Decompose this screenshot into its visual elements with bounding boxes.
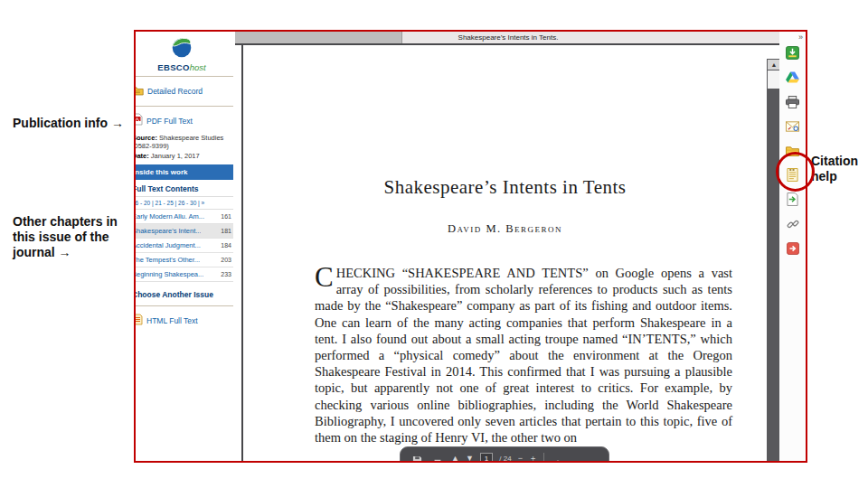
contents-list: Early Modern Allu. Am... 161 Shakespeare… [136,210,233,282]
inside-this-work-bar[interactable]: Inside this work [136,164,233,180]
source-label: Source: [136,134,157,142]
toc-item-title[interactable]: Early Modern Allu. Am... [136,212,204,221]
article-title: Shakespeare’s Intents in Tents [243,176,767,199]
divider [136,76,233,77]
pdf-bottom-toolbar: ▲ ▼ 1 / 24 − ＋ [400,446,609,463]
html-full-text-link[interactable]: HTML Full Text [136,310,233,332]
divider [136,305,233,306]
page-down-icon[interactable]: ▼ [466,455,474,463]
google-drive-icon[interactable] [786,70,800,84]
browser-tab-title: Shakespeare’s Intents in Tents. [235,32,781,43]
date-value: January 1, 2017 [151,152,200,160]
annotation-citation-help: Citation help [811,154,867,184]
full-text-contents-header: Full Text Contents [136,180,233,196]
scrollbar-up-button[interactable]: ▲ [768,60,780,70]
html-full-text-label[interactable]: HTML Full Text [146,316,198,325]
toc-item-title[interactable]: Beginning Shakespea... [136,270,203,278]
collapse-panel-icon[interactable]: » [798,32,806,42]
pdf-page: Shakespeare’s Intents in Tents David M. … [241,45,767,461]
detailed-record-label[interactable]: Detailed Record [147,87,203,96]
toc-item-page: 203 [218,257,231,263]
html-file-icon [136,313,143,329]
toolbar-divider [543,453,544,463]
logo-text-ebsco: EBSCO [157,62,189,72]
presentation-slide: Publication info → Other chapters in thi… [0,0,868,488]
pdf-full-text-link[interactable]: PDF Full Text [136,110,233,132]
save-icon[interactable] [410,454,424,463]
contents-pagination[interactable]: 16 - 20 | 21 - 25 | 26 - 30 | » [136,196,233,210]
logo-text-host: host [190,62,206,72]
toc-item-title[interactable]: The Tempest's Other... [136,256,200,264]
page-up-icon[interactable]: ▲ [451,455,459,463]
toc-item-page: 233 [218,271,231,277]
record-sidebar: EBSCOhost Detailed Record [136,32,235,461]
pdf-canvas: Shakespeare’s Intents in Tents David M. … [235,45,781,461]
divider [136,106,233,107]
annotation-other-chapters: Other chapters in this issue of the jour… [13,214,119,260]
source-line: Source: Shakespeare Studies (0582-9399) [136,132,233,150]
email-icon[interactable] [786,119,800,133]
listen-icon[interactable] [786,241,800,255]
article-author: David M. Bergeron [243,222,767,236]
browser-tab-bar: Shakespeare’s Intents in Tents. [235,32,781,45]
toc-item[interactable]: Accidental Judgment... 184 [136,239,233,253]
print-icon[interactable] [430,457,445,464]
export-icon[interactable] [786,192,800,206]
page-total-label: / 24 [499,455,511,463]
pdf-file-icon [136,113,143,129]
zoom-out-icon[interactable]: − [518,455,523,463]
annotation-publication-info: Publication info → [13,116,124,131]
zoom-in-icon[interactable]: ＋ [529,455,537,463]
toc-item[interactable]: Beginning Shakespea... 233 [136,267,233,282]
toc-item-selected[interactable]: Shakespeare's Intent... 181 [136,224,233,239]
choose-another-issue-link[interactable]: Choose Another Issue [136,282,233,302]
scrollbar-thumb[interactable] [768,70,780,89]
toc-item-page: 181 [218,228,231,234]
page-number-input[interactable]: 1 [480,453,493,464]
text-select-icon[interactable] [551,457,565,464]
pdf-full-text-label[interactable]: PDF Full Text [146,117,193,126]
ebsco-viewer-screenshot: EBSCOhost Detailed Record [134,30,807,463]
print-icon[interactable] [786,95,800,108]
toc-item-page: 161 [218,213,231,220]
toc-item-title[interactable]: Shakespeare's Intent... [136,227,201,235]
toc-item[interactable]: Early Modern Allu. Am... 161 [136,210,233,224]
toc-item-title[interactable]: Accidental Judgment... [136,241,201,249]
permalink-icon[interactable] [786,217,800,230]
toc-item-page: 184 [218,242,231,249]
ebsco-swoosh-icon [170,45,193,61]
pdf-viewer: Shakespeare’s Intents in Tents. Shakespe… [235,32,781,461]
date-label: Date: [136,152,149,160]
article-body: CHECKING “SHAKESPEARE AND TENTS” on Goog… [315,265,732,446]
citation-highlight-circle [776,152,815,192]
ebscohost-logo: EBSCOhost [136,32,233,72]
detailed-record-link[interactable]: Detailed Record [136,80,233,102]
date-line: Date: January 1, 2017 [136,150,233,160]
folder-record-icon [136,83,144,99]
tools-panel: » [779,32,806,461]
toc-item[interactable]: The Tempest's Other... 203 [136,253,233,267]
save-to-drive-icon[interactable] [786,46,800,60]
